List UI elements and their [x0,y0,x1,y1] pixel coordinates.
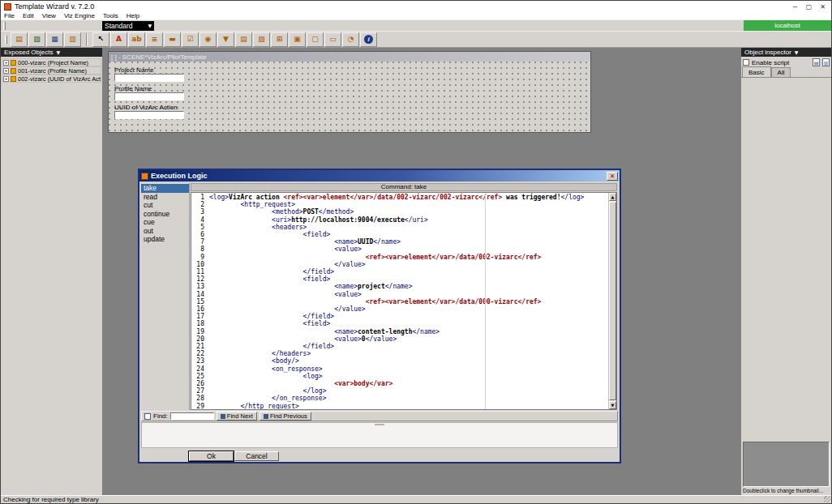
button-button[interactable]: ▬ [164,32,181,47]
cursor-tool-button[interactable]: ↖ [92,32,109,47]
clock-button[interactable]: ◔ [342,32,359,47]
command-item-take[interactable]: take [141,184,189,193]
cursor-icon: ↖ [98,36,105,43]
code-segment: content-length [358,328,412,335]
new-template-button[interactable]: ▤ [11,32,28,47]
command-item-continue[interactable]: continue [141,210,189,219]
code-text: <field> [209,275,330,283]
grid-button[interactable]: ⊞ [271,32,288,47]
project-name-input[interactable] [114,74,184,82]
exposed-objects-header[interactable]: Exposed Objects ▼ [1,48,102,57]
radio-button-button[interactable]: ◉ [199,32,217,47]
dialog-close-button[interactable]: ✕ [607,172,618,181]
exposed-object-item[interactable]: +001-vizarc (Profile Name) [2,66,101,75]
code-text: <log>VizArc action <ref><var>element</va… [209,194,584,201]
execution-logic-dialog: Execution Logic ✕ takereadcutcontinuecue… [138,169,621,463]
find-previous-button[interactable]: Find Previous [259,412,311,421]
field-label-project-name: Project Name [114,66,153,74]
code-text: <method>POST</method> [209,208,354,216]
tab-control-button[interactable]: ▣ [289,32,306,47]
frame-button[interactable]: ▭ [324,32,341,47]
command-header: Command: take [191,183,617,191]
menu-tools[interactable]: Tools [103,12,118,19]
toolbar-grip[interactable] [5,36,7,44]
save-template-button[interactable]: ▦ [46,32,63,47]
open-template-button[interactable]: ▨ [28,32,45,47]
tab-basic[interactable]: Basic [742,66,771,77]
chevron-down-icon: ▼ [148,23,152,28]
script-list-icon[interactable]: ▥ [822,58,830,66]
find-label: Find: [153,412,168,420]
line-number: 11 [191,268,204,275]
info-button[interactable]: i [360,32,377,47]
script-page-icon[interactable]: ▤ [813,58,820,66]
code-line: 27</log> [191,387,616,395]
memo-button[interactable]: ≡ [146,32,163,47]
code-text: <value>0</value> [209,335,397,343]
label-button[interactable]: A [110,32,127,47]
dialog-title-bar[interactable]: Execution Logic ✕ [139,170,620,182]
listbox-button[interactable]: ▤ [235,32,252,47]
expand-icon[interactable]: + [3,68,9,74]
exposed-object-item[interactable]: +002-vizarc (UUID of VizArc Act... [2,75,101,83]
splitter-grip[interactable] [375,424,384,425]
tab-all[interactable]: All [771,67,791,77]
image-button[interactable]: ▧ [253,32,270,47]
scroll-up-icon[interactable]: ▲ [609,193,616,201]
minimize-button[interactable]: ─ [788,2,802,11]
code-line: 25<log> [191,373,616,380]
command-item-cut[interactable]: cut [141,201,189,210]
code-text: <on_response> [209,365,323,373]
code-text: <field> [209,231,330,238]
scrollbar-thumb[interactable] [609,202,616,400]
resize-grip-icon[interactable] [824,496,830,502]
code-editor[interactable]: 1<log>VizArc action <ref><var>element</v… [191,192,617,410]
code-scrollbar[interactable]: ▲ ▼ [608,193,616,409]
expand-icon[interactable]: + [3,60,9,66]
menu-edit[interactable]: Edit [23,12,34,19]
close-button[interactable]: ✕ [816,2,830,11]
code-text: <ref><var>element</var>/data/002-vizarc<… [209,254,541,261]
menu-viz-engine[interactable]: Viz Engine [64,12,95,19]
command-item-read[interactable]: read [141,193,189,202]
thumbnail-box[interactable] [743,442,830,487]
menu-view[interactable]: View [42,12,56,19]
info-icon: i [364,35,373,44]
panel-button[interactable]: ▢ [307,32,324,47]
code-segment: http://localhost:9004/execute [291,216,405,224]
line-number: 20 [191,335,204,343]
scroll-down-icon[interactable]: ▼ [609,401,616,409]
find-previous-label: Find Previous [270,412,307,420]
command-item-cue[interactable]: cue [141,218,189,227]
profile-selector[interactable]: Standard ▼ [102,21,154,31]
import-template-button[interactable]: ▥ [64,32,81,47]
checkbox-button[interactable]: ☑ [182,32,199,47]
exposed-object-item[interactable]: +000-vizarc (Project Name) [2,58,101,66]
form-canvas[interactable]: Project Name Profile Name UUID of VizArc… [109,62,590,132]
code-segment: <field> [303,231,331,238]
expand-icon[interactable]: + [3,76,9,82]
maximize-button[interactable]: ▢ [802,2,816,11]
profile-name-input[interactable] [114,92,184,100]
code-segment: <ref><var>element</var>/data/000-vizarc<… [366,298,542,305]
command-item-out[interactable]: out [141,227,189,236]
inspector-tabs: Basic All [741,68,831,78]
toolbar-grip[interactable] [3,22,6,30]
form-title-bar[interactable]: [ ] - SCENE*VizArc/PilotTemplate [109,52,590,62]
enable-script-checkbox[interactable] [743,59,749,66]
cancel-button[interactable]: Cancel [234,451,279,461]
code-text: <log> [209,373,323,380]
menu-file[interactable]: File [4,12,15,19]
menu-help[interactable]: Help [127,12,139,19]
command-item-update[interactable]: update [141,235,189,244]
find-next-icon [221,414,225,419]
object-inspector-header[interactable]: Object inspector ▼ [741,48,831,57]
ok-button[interactable]: Ok [189,451,234,461]
uuid-input[interactable] [114,111,184,119]
find-next-button[interactable]: Find Next [217,412,257,421]
line-number: 5 [191,224,204,231]
textbox-button[interactable]: ab [128,32,145,47]
combobox-button[interactable]: ▼ [217,32,234,47]
find-input[interactable] [170,412,214,420]
code-line: 28</on_response> [191,395,616,402]
